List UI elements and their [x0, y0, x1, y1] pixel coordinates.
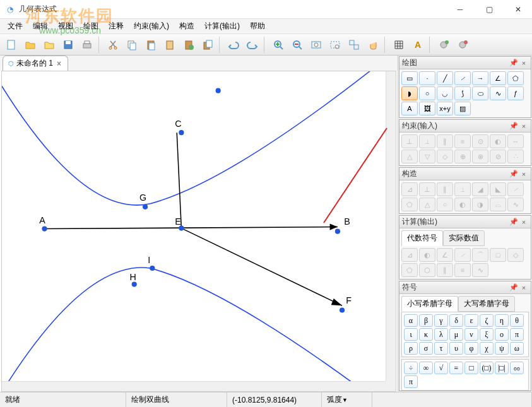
- menu-constraint[interactable]: 约束(输入): [129, 19, 174, 33]
- con-4[interactable]: ≡: [454, 134, 471, 148]
- symbol-θ[interactable]: θ: [510, 314, 524, 327]
- tool-function[interactable]: ƒ: [507, 86, 524, 100]
- label-icon[interactable]: A: [409, 36, 427, 54]
- gear-del-icon[interactable]: [454, 36, 471, 54]
- zoom-in-icon[interactable]: [269, 36, 287, 54]
- save-icon[interactable]: [59, 36, 77, 54]
- cns-2[interactable]: ⊥: [419, 182, 435, 196]
- paste-special-icon[interactable]: [180, 36, 198, 54]
- calc-1[interactable]: ⊿: [401, 248, 418, 262]
- tool-region[interactable]: ▨: [454, 102, 471, 115]
- menu-help[interactable]: 帮助: [245, 19, 270, 33]
- mathsym[interactable]: ≡: [449, 362, 463, 374]
- cns-9[interactable]: △: [419, 198, 435, 211]
- con-12[interactable]: ⊗: [472, 150, 488, 163]
- tool-segment[interactable]: ⟋: [454, 71, 471, 85]
- gear-add-icon[interactable]: [435, 36, 452, 54]
- symbol-υ[interactable]: υ: [449, 342, 463, 355]
- symbol-α[interactable]: α: [404, 314, 418, 327]
- con-2[interactable]: ⟂: [419, 134, 435, 148]
- print-icon[interactable]: [78, 36, 96, 54]
- close-icon[interactable]: ×: [519, 218, 528, 227]
- menu-edit[interactable]: 编辑: [28, 19, 53, 33]
- mathsym[interactable]: |□|: [495, 362, 509, 374]
- mathsym[interactable]: ÷: [404, 362, 418, 374]
- close-icon[interactable]: ×: [519, 59, 528, 68]
- mathsym[interactable]: √: [434, 362, 448, 374]
- tool-arc[interactable]: ◡: [437, 86, 453, 100]
- symbol-κ[interactable]: κ: [419, 328, 433, 341]
- calc-6[interactable]: □: [490, 248, 506, 262]
- tool-pic[interactable]: 🖼: [419, 102, 435, 115]
- symbol-ο[interactable]: ο: [495, 328, 509, 341]
- symbol-ρ[interactable]: ρ: [404, 342, 418, 355]
- tool-polygon[interactable]: ⬠: [507, 71, 524, 85]
- symbol-ψ[interactable]: ψ: [495, 342, 509, 355]
- con-6[interactable]: ◐: [490, 134, 506, 148]
- close-icon[interactable]: ×: [519, 283, 528, 292]
- scrollbar-horizontal[interactable]: [2, 381, 386, 391]
- calc-8[interactable]: ⬠: [401, 263, 418, 277]
- cns-1[interactable]: ⊿: [401, 182, 418, 196]
- menu-file[interactable]: 文件: [3, 19, 28, 33]
- con-5[interactable]: ⊙: [472, 134, 488, 148]
- tool-line[interactable]: ╱: [437, 71, 453, 85]
- minimize-button[interactable]: ─: [451, 3, 469, 16]
- redo-icon[interactable]: [244, 36, 261, 54]
- con-13[interactable]: ⊘: [490, 150, 506, 163]
- tool-select[interactable]: ▭: [401, 71, 418, 85]
- symbol-δ[interactable]: δ: [449, 314, 463, 327]
- status-unit[interactable]: 弧度 ▼: [322, 392, 372, 407]
- cns-6[interactable]: ◣: [490, 182, 506, 196]
- tool-curve[interactable]: ∿: [490, 86, 506, 100]
- pin-icon[interactable]: 📌: [509, 170, 518, 179]
- close-icon[interactable]: ×: [519, 170, 528, 179]
- symbol-η[interactable]: η: [495, 314, 509, 327]
- mathsym[interactable]: (□): [480, 362, 494, 374]
- calc-tab-numeric[interactable]: 实际数值: [443, 230, 485, 246]
- calc-12[interactable]: ∿: [472, 263, 488, 277]
- close-icon[interactable]: ×: [519, 122, 528, 131]
- mathsym[interactable]: π: [404, 375, 418, 388]
- open-icon[interactable]: [21, 36, 39, 54]
- copy-icon[interactable]: [123, 36, 141, 54]
- calc-10[interactable]: ∥: [437, 263, 453, 277]
- mathsym[interactable]: ∞: [419, 362, 433, 374]
- menu-construct[interactable]: 构造: [174, 19, 199, 33]
- tool-hyperbola[interactable]: ◗: [401, 86, 418, 100]
- cns-8[interactable]: ⬠: [401, 198, 418, 211]
- close-button[interactable]: ✕: [509, 3, 527, 16]
- con-8[interactable]: △: [401, 150, 418, 163]
- calc-11[interactable]: ≡: [454, 263, 471, 277]
- symbol-π[interactable]: π: [510, 328, 524, 341]
- cns-7[interactable]: ⟋: [507, 182, 524, 196]
- maximize-button[interactable]: ▢: [480, 3, 498, 16]
- symbol-μ[interactable]: μ: [449, 328, 463, 341]
- menu-annotate[interactable]: 注释: [103, 19, 129, 33]
- open2-icon[interactable]: [40, 36, 58, 54]
- symbol-ζ[interactable]: ζ: [480, 314, 494, 327]
- menu-draw[interactable]: 绘图: [78, 19, 103, 33]
- tab-close-icon[interactable]: ×: [56, 59, 62, 68]
- pin-icon[interactable]: 📌: [509, 59, 518, 68]
- calc-4[interactable]: ⟋: [454, 248, 471, 262]
- symbol-χ[interactable]: χ: [480, 342, 494, 355]
- tool-circle[interactable]: ○: [419, 86, 435, 100]
- calc-5[interactable]: ⌒: [472, 248, 488, 262]
- symbol-φ[interactable]: φ: [464, 342, 478, 355]
- con-3[interactable]: ∥: [437, 134, 453, 148]
- mathsym[interactable]: □: [464, 362, 478, 374]
- cns-4[interactable]: ⟂: [454, 182, 471, 196]
- cns-11[interactable]: ◐: [454, 198, 471, 211]
- tool-point[interactable]: ·: [419, 71, 435, 85]
- symbol-tab-upper[interactable]: 大写希腊字母: [458, 296, 515, 312]
- zoom-selection-icon[interactable]: [326, 36, 344, 54]
- symbol-γ[interactable]: γ: [434, 314, 448, 327]
- mathsym[interactable]: ₀₀: [510, 362, 524, 374]
- zoom-out-icon[interactable]: [288, 36, 306, 54]
- symbol-λ[interactable]: λ: [434, 328, 448, 341]
- cns-12[interactable]: ◑: [472, 198, 488, 211]
- con-1[interactable]: ⊥: [401, 134, 418, 148]
- symbol-ι[interactable]: ι: [404, 328, 418, 341]
- zoom-fit-icon[interactable]: [307, 36, 325, 54]
